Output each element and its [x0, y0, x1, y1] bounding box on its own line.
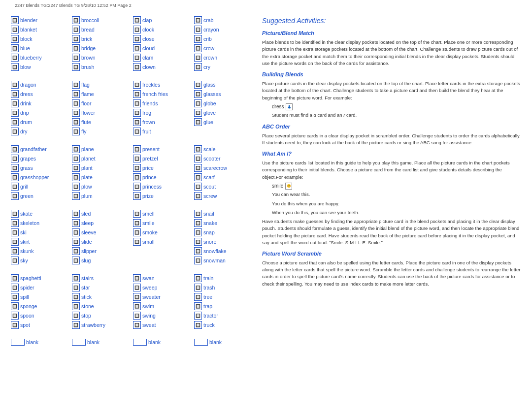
word-icon: 🔲 — [133, 155, 141, 162]
word-icon: 🔲 — [72, 90, 80, 98]
word-icon: 🔲 — [133, 210, 141, 218]
blank-item: blank — [71, 338, 130, 346]
word-icon: 🔲 — [133, 109, 141, 117]
list-item: 🔲truck — [193, 321, 252, 329]
word-icon: 🔲 — [72, 35, 80, 43]
list-item: 🔲bridge — [71, 44, 130, 53]
blank-box — [194, 339, 208, 346]
column-tr: 🔲train 🔲trash 🔲tree 🔲trap 🔲tractor 🔲truc… — [193, 274, 252, 329]
word-icon: 🔲 — [11, 274, 19, 282]
column-st: 🔲stairs 🔲star 🔲stick 🔲stone 🔲stop 🔲straw… — [71, 274, 130, 329]
word-icon: 🔲 — [133, 238, 141, 246]
column-dr: 🔲dragon 🔲dress 🔲drink 🔲drip 🔲drum 🔲dry — [10, 80, 69, 136]
list-item: 🔲flag — [71, 80, 130, 89]
suggested-activities-title: Suggested Activities: — [262, 16, 522, 26]
list-item: 🔲fly — [71, 127, 130, 136]
list-item: 🔲sky — [10, 256, 69, 265]
list-item: 🔲green — [10, 192, 69, 200]
list-item: 🔲flame — [71, 90, 130, 98]
list-item: 🔲fruit — [132, 127, 191, 136]
word-icon: 🔲 — [194, 26, 202, 33]
list-item: 🔲skirt — [10, 237, 69, 246]
activity-text-2b: Student must find a d card and an r card… — [262, 112, 522, 119]
list-item: 🔲swan — [132, 274, 191, 283]
activity-picture-word-scramble: Picture Word Scramble Choose a picture c… — [262, 250, 522, 288]
column-bl: 🔲blender 🔲blanket 🔲block 🔲blue 🔲blueberr… — [10, 16, 69, 71]
activity-title-1: Picture/Blend Match — [262, 30, 522, 37]
word-icon: 🔲 — [194, 293, 202, 301]
word-icon: 🔲 — [11, 63, 19, 71]
list-item: 🔲scout — [193, 182, 252, 191]
activity-text-3: Place several picture cards in a clear d… — [262, 132, 522, 147]
list-item: 🔲brick — [71, 34, 130, 43]
list-item: 🔲close — [132, 34, 191, 43]
list-item: 🔲grill — [10, 182, 69, 191]
list-item: 🔲brown — [71, 53, 130, 62]
example-dress: dress 👗 — [262, 103, 522, 111]
word-icon: 🔲 — [133, 145, 141, 153]
list-item: 🔲crown — [193, 53, 252, 62]
list-item: 🔲scarf — [193, 173, 252, 182]
list-item: 🔲prince — [132, 173, 191, 182]
list-item: 🔲blender — [10, 16, 69, 25]
word-icon: 🔲 — [11, 302, 19, 310]
list-item: 🔲sleeve — [71, 228, 130, 237]
word-icon: 🔲 — [194, 192, 202, 200]
list-item: 🔲broccoli — [71, 16, 130, 25]
list-item: 🔲skeleton — [10, 219, 69, 227]
word-icon: 🔲 — [11, 90, 19, 98]
activity-text-4d: When you do this, you can see your teeth… — [262, 209, 522, 216]
list-item: 🔲cry — [193, 63, 252, 71]
word-icon: 🔲 — [133, 81, 141, 89]
list-item: 🔲smell — [132, 209, 191, 218]
word-icon: 🔲 — [72, 164, 80, 172]
word-icon: 🔲 — [133, 183, 141, 191]
list-item: 🔲swim — [132, 302, 191, 311]
word-icon: 🔲 — [194, 63, 202, 71]
list-item: 🔲clown — [132, 63, 191, 71]
word-icon: 🔲 — [194, 284, 202, 291]
list-item: 🔲skate — [10, 209, 69, 218]
list-item: 🔲present — [132, 145, 191, 154]
smile-icon: 😊 — [285, 183, 292, 190]
word-icon: 🔲 — [72, 183, 80, 191]
word-icon: 🔲 — [11, 44, 19, 52]
list-item: 🔲drip — [10, 108, 69, 117]
word-icon: 🔲 — [11, 118, 19, 126]
activity-text-1: Place blends to be identified in the cle… — [262, 39, 522, 67]
word-icon: 🔲 — [72, 109, 80, 117]
activity-text-4: Use the picture cards list located in th… — [262, 160, 522, 181]
word-icon: 🔲 — [133, 192, 141, 200]
list-item: 🔲grass — [10, 163, 69, 172]
word-icon: 🔲 — [194, 173, 202, 181]
column-sc: 🔲scale 🔲scooter 🔲scarecrow 🔲scarf 🔲scout… — [193, 145, 252, 200]
word-icon: 🔲 — [72, 219, 80, 227]
column-pr: 🔲present 🔲pretzel 🔲price 🔲prince 🔲prince… — [132, 145, 191, 200]
word-list-panel: 🔲blender 🔲blanket 🔲block 🔲blue 🔲blueberr… — [10, 16, 252, 410]
word-icon: 🔲 — [194, 145, 202, 153]
blank-box — [133, 339, 147, 346]
list-item: 🔲strawberry — [71, 321, 130, 329]
list-item: 🔲slug — [71, 256, 130, 265]
list-item: 🔲flower — [71, 108, 130, 117]
word-icon: 🔲 — [133, 35, 141, 43]
list-item: 🔲trash — [193, 283, 252, 292]
word-icon: 🔲 — [194, 219, 202, 227]
word-icon: 🔲 — [133, 99, 141, 107]
word-icon: 🔲 — [72, 228, 80, 236]
word-icon: 🔲 — [11, 99, 19, 107]
blank-box — [11, 339, 25, 346]
word-icon: 🔲 — [11, 145, 19, 153]
word-icon: 🔲 — [194, 228, 202, 236]
word-icon: 🔲 — [194, 238, 202, 246]
word-icon: 🔲 — [72, 293, 80, 301]
list-item: 🔲scale — [193, 145, 252, 154]
word-icon: 🔲 — [11, 228, 19, 236]
word-icon: 🔲 — [11, 54, 19, 62]
list-item: 🔲tree — [193, 292, 252, 301]
activities-panel: Suggested Activities: Picture/Blend Matc… — [262, 16, 522, 410]
word-icon: 🔲 — [72, 145, 80, 153]
column-cr: 🔲crab 🔲crayon 🔲crib 🔲crow 🔲crown 🔲cry — [193, 16, 252, 71]
activity-abc-order: ABC Order Place several picture cards in… — [262, 123, 522, 146]
list-item: 🔲blanket — [10, 25, 69, 34]
